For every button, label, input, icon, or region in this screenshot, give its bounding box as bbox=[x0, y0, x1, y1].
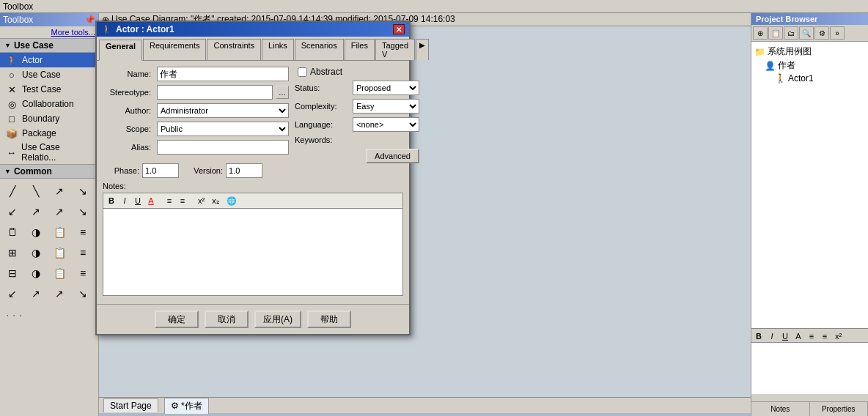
toolbox-item-use-case[interactable]: ○ Use Case bbox=[0, 67, 98, 82]
dialog-tab-tagged[interactable]: Tagged V bbox=[375, 39, 415, 60]
tool-icon-22[interactable]: ↗ bbox=[26, 284, 45, 303]
dialog-tab-links[interactable]: Links bbox=[262, 39, 294, 60]
notes-textarea[interactable] bbox=[103, 208, 403, 296]
pb-italic-btn[interactable]: I bbox=[766, 330, 778, 342]
advanced-row: Advanced bbox=[295, 147, 419, 163]
tool-icon-3[interactable]: ↗ bbox=[50, 182, 69, 201]
notes-superscript-btn[interactable]: x² bbox=[195, 195, 207, 207]
notes-italic-btn[interactable]: I bbox=[119, 195, 130, 207]
stereotype-input[interactable] bbox=[157, 85, 273, 100]
toolbox-item-actor[interactable]: 🚶 Actor bbox=[0, 53, 98, 67]
tool-icon-15[interactable]: 📋 bbox=[50, 243, 69, 262]
notes-emoji-btn[interactable]: 🌐 bbox=[224, 195, 240, 207]
pb-btn-1[interactable]: ⊕ bbox=[753, 26, 768, 40]
tool-icon-14[interactable]: ◑ bbox=[26, 243, 45, 262]
tool-icon-10[interactable]: ◑ bbox=[26, 223, 45, 242]
pb-underline-btn[interactable]: U bbox=[779, 330, 791, 342]
name-input[interactable] bbox=[157, 67, 289, 81]
scope-select[interactable]: Public bbox=[157, 122, 289, 136]
canvas-tab-start[interactable]: Start Page bbox=[103, 398, 158, 412]
stereotype-browse-btn[interactable]: … bbox=[276, 86, 289, 99]
tool-icon-5[interactable]: ↙ bbox=[3, 202, 22, 221]
common-section-collapse-icon: ▼ bbox=[4, 168, 11, 175]
canvas-tab-zuozhe[interactable]: ⚙ *作者 bbox=[164, 398, 209, 414]
tree-item-actor1[interactable]: 🚶 Actor1 bbox=[775, 73, 865, 84]
dialog-tab-general[interactable]: General bbox=[99, 40, 142, 61]
tool-icon-17[interactable]: ⊟ bbox=[3, 264, 22, 283]
phase-version-row: Phase: Version: bbox=[103, 163, 403, 178]
tool-icon-6[interactable]: ↗ bbox=[26, 202, 45, 221]
advanced-button[interactable]: Advanced bbox=[366, 149, 419, 163]
tool-icon-19[interactable]: 📋 bbox=[50, 264, 69, 283]
notes-list2-btn[interactable]: ≡ bbox=[177, 195, 188, 207]
pb-bold-btn[interactable]: B bbox=[753, 330, 765, 342]
toolbox-item-use-case-relation[interactable]: ↔ Use Case Relatio... bbox=[0, 141, 98, 164]
notes-list1-btn[interactable]: ≡ bbox=[163, 195, 175, 207]
notes-font-color-btn[interactable]: A bbox=[145, 195, 157, 207]
pb-tab-properties[interactable]: Properties bbox=[810, 402, 869, 416]
ok-button[interactable]: 确定 bbox=[155, 311, 199, 328]
pb-btn-3[interactable]: 🗂 bbox=[784, 26, 798, 40]
toolbox-more-tools[interactable]: More tools... bbox=[0, 26, 98, 38]
pb-tab-notes[interactable]: Notes bbox=[751, 402, 810, 416]
phase-input[interactable] bbox=[142, 163, 179, 178]
dialog-tab-scenarios[interactable]: Scenarios bbox=[295, 39, 344, 60]
complexity-select[interactable]: Easy bbox=[353, 99, 419, 114]
collaboration-icon: ◎ bbox=[6, 98, 18, 110]
dialog-tab-requirements[interactable]: Requirements bbox=[143, 39, 206, 60]
pb-btn-6[interactable]: » bbox=[830, 26, 845, 40]
pb-notes-textarea[interactable] bbox=[751, 343, 868, 394]
tool-icon-21[interactable]: ↙ bbox=[3, 284, 22, 303]
dialog-close-button[interactable]: ✕ bbox=[393, 24, 405, 34]
author-select[interactable]: Administrator bbox=[157, 103, 289, 118]
cancel-button[interactable]: 取消 bbox=[205, 311, 249, 328]
notes-underline-btn[interactable]: U bbox=[132, 195, 144, 207]
tool-icon-11[interactable]: 📋 bbox=[50, 223, 69, 242]
tree-item-root[interactable]: 📁 系统用例图 bbox=[754, 45, 865, 59]
use-case-section-header[interactable]: ▼ Use Case bbox=[0, 38, 98, 53]
abstract-row: Abstract bbox=[298, 67, 419, 77]
apply-button[interactable]: 应用(A) bbox=[254, 311, 301, 328]
actor-dialog[interactable]: 🚶 Actor : Actor1 ✕ General Requirements … bbox=[95, 21, 411, 335]
pb-list2-btn[interactable]: ≡ bbox=[819, 330, 831, 342]
alias-input[interactable] bbox=[157, 140, 289, 155]
tool-icon-24[interactable]: ↘ bbox=[73, 284, 92, 303]
tool-icon-4[interactable]: ↘ bbox=[73, 182, 92, 201]
dialog-tab-files[interactable]: Files bbox=[345, 39, 375, 60]
common-section-header[interactable]: ▼ Common bbox=[0, 164, 98, 179]
tool-icon-1[interactable]: ╱ bbox=[3, 182, 22, 201]
tool-icon-8[interactable]: ↘ bbox=[73, 202, 92, 221]
pb-super-btn[interactable]: x² bbox=[832, 330, 845, 342]
language-select[interactable]: <none> bbox=[353, 117, 419, 132]
tool-icon-20[interactable]: ≡ bbox=[73, 264, 92, 283]
pb-btn-2[interactable]: 📋 bbox=[768, 26, 783, 40]
toolbox-item-package[interactable]: 📦 Package bbox=[0, 126, 98, 141]
toolbox-pin-icon[interactable]: 📌 bbox=[84, 15, 95, 25]
toolbox-item-test-case[interactable]: ✕ Test Case bbox=[0, 82, 98, 97]
tool-icon-7[interactable]: ↗ bbox=[50, 202, 69, 221]
toolbox-item-boundary[interactable]: □ Boundary bbox=[0, 111, 98, 126]
toolbox-item-collaboration[interactable]: ◎ Collaboration bbox=[0, 97, 98, 111]
tool-icon-12[interactable]: ≡ bbox=[73, 223, 92, 242]
version-input[interactable] bbox=[226, 163, 262, 178]
tool-icon-2[interactable]: ╲ bbox=[26, 182, 45, 201]
status-select[interactable]: Proposed bbox=[353, 81, 419, 95]
tool-icon-18[interactable]: ◑ bbox=[26, 264, 45, 283]
tool-icon-9[interactable]: 🗒 bbox=[3, 223, 22, 242]
pb-tree[interactable]: 📁 系统用例图 👤 作者 🚶 Actor1 bbox=[751, 42, 868, 328]
menu-item-toolbox[interactable]: Toolbox bbox=[3, 1, 33, 12]
tool-icon-13[interactable]: ⊞ bbox=[3, 243, 22, 262]
notes-subscript-btn[interactable]: x₂ bbox=[209, 195, 222, 207]
pb-btn-4[interactable]: 🔍 bbox=[799, 26, 814, 40]
tool-icon-16[interactable]: ≡ bbox=[73, 243, 92, 262]
pb-font-btn[interactable]: A bbox=[792, 330, 804, 342]
tree-item-zuozhe[interactable]: 👤 作者 bbox=[765, 59, 865, 73]
dialog-tab-more[interactable]: ▶ bbox=[416, 39, 429, 60]
dialog-tab-constraints[interactable]: Constraints bbox=[207, 39, 261, 60]
tool-icon-23[interactable]: ↗ bbox=[50, 284, 69, 303]
abstract-checkbox[interactable] bbox=[298, 67, 307, 77]
notes-bold-btn[interactable]: B bbox=[106, 195, 117, 207]
pb-btn-5[interactable]: ⚙ bbox=[814, 26, 829, 40]
pb-list1-btn[interactable]: ≡ bbox=[806, 330, 817, 342]
help-button[interactable]: 帮助 bbox=[307, 311, 351, 328]
